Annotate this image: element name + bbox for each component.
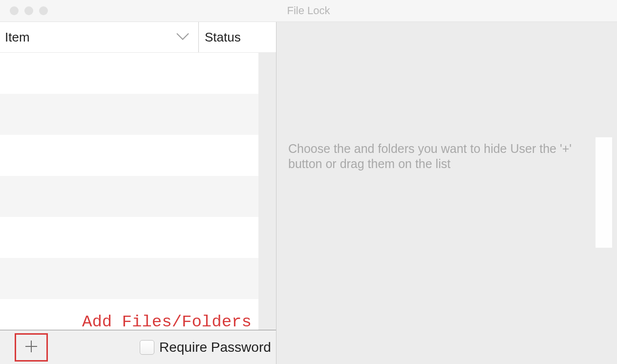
table-header: Item Status (0, 22, 276, 53)
main-split: Item Status Add Files/Folders (0, 22, 617, 364)
table-row[interactable] (0, 94, 276, 135)
hint-text: Choose the and folders you want to hide … (288, 141, 594, 172)
table-row[interactable] (0, 299, 276, 330)
list-gutter (258, 53, 276, 330)
column-header-item[interactable]: Item (0, 22, 199, 52)
window-controls (10, 6, 48, 15)
plus-icon (24, 339, 39, 356)
table-row[interactable] (0, 258, 276, 299)
scrollbar-thumb[interactable] (596, 137, 612, 248)
chevron-down-icon (176, 30, 190, 45)
zoom-window-button[interactable] (39, 6, 48, 15)
titlebar: File Lock (0, 0, 617, 22)
column-header-item-label: Item (5, 30, 30, 45)
bottom-toolbar: Require Password (0, 330, 276, 364)
minimize-window-button[interactable] (24, 6, 33, 15)
detail-pane: Choose the and folders you want to hide … (277, 22, 617, 364)
window-title: File Lock (0, 4, 617, 17)
table-row[interactable] (0, 135, 276, 176)
table-rows[interactable]: Add Files/Folders (0, 53, 276, 330)
table-row[interactable] (0, 53, 276, 94)
close-window-button[interactable] (10, 6, 19, 15)
column-header-status[interactable]: Status (199, 22, 276, 52)
table-row[interactable] (0, 217, 276, 258)
require-password-label: Require Password (159, 340, 271, 355)
add-button[interactable] (15, 333, 48, 362)
file-list-pane: Item Status Add Files/Folders (0, 22, 277, 364)
require-password-checkbox[interactable] (140, 340, 154, 355)
require-password-option: Require Password (140, 330, 271, 364)
column-header-status-label: Status (205, 30, 241, 45)
table-row[interactable] (0, 176, 276, 217)
